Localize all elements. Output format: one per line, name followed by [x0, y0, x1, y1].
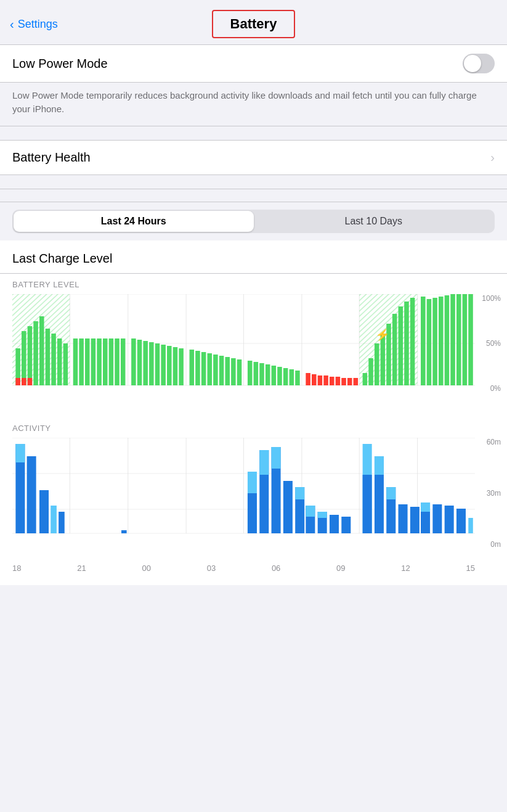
segment-control: Last 24 Hours Last 10 Days	[12, 210, 495, 233]
y-label-50: 50%	[486, 339, 501, 348]
svg-rect-50	[225, 357, 230, 385]
low-power-mode-row: Low Power Mode	[0, 45, 507, 82]
activity-chart-container: ACTIVITY	[0, 417, 507, 561]
segment-last-10-days[interactable]: Last 10 Days	[254, 211, 494, 232]
x-label-09: 09	[336, 564, 345, 573]
svg-rect-47	[207, 353, 212, 385]
svg-rect-86	[456, 294, 461, 385]
svg-rect-31	[103, 338, 108, 385]
svg-rect-21	[57, 338, 62, 385]
svg-rect-66	[330, 377, 335, 385]
svg-rect-44	[190, 350, 195, 385]
svg-rect-122	[341, 517, 351, 533]
x-label-12: 12	[401, 564, 410, 573]
svg-rect-20	[51, 334, 56, 385]
svg-rect-55	[259, 363, 264, 385]
svg-rect-133	[432, 504, 442, 533]
activity-bars	[12, 438, 475, 561]
svg-rect-54	[254, 362, 259, 385]
svg-rect-39	[155, 343, 160, 385]
activity-y-labels: 60m 30m 0m	[475, 438, 501, 561]
svg-rect-52	[237, 359, 242, 385]
last-charge-title: Last Charge Level	[0, 247, 507, 273]
svg-rect-113	[272, 447, 281, 469]
svg-rect-23	[15, 378, 20, 385]
svg-rect-68	[341, 378, 346, 385]
back-button[interactable]: ‹ Settings	[10, 17, 58, 31]
svg-rect-32	[109, 338, 114, 385]
svg-rect-83	[439, 297, 444, 385]
page-title: Battery	[230, 16, 277, 31]
title-box: Battery	[212, 10, 296, 38]
low-power-mode-section: Low Power Mode	[0, 45, 507, 83]
svg-rect-60	[290, 369, 294, 385]
svg-rect-107	[121, 530, 127, 533]
svg-rect-49	[219, 356, 224, 385]
svg-rect-29	[91, 338, 96, 385]
svg-rect-124	[363, 475, 372, 533]
y-label-100: 100%	[482, 294, 501, 303]
svg-rect-71	[363, 373, 368, 385]
svg-rect-61	[295, 371, 300, 385]
activity-svg	[12, 438, 475, 546]
low-power-description: Low Power Mode temporarily reduces backg…	[0, 83, 507, 126]
svg-rect-51	[231, 358, 236, 385]
battery-level-chart-block: BATTERY LEVEL	[0, 274, 507, 411]
svg-rect-132	[421, 502, 430, 512]
svg-rect-37	[143, 341, 148, 385]
svg-rect-136	[468, 518, 473, 533]
battery-y-labels: 100% 50% 0%	[475, 294, 501, 405]
svg-rect-28	[85, 338, 90, 385]
battery-level-bars: ⚡	[12, 294, 475, 405]
svg-rect-57	[272, 366, 277, 385]
segment-wrapper: Last 24 Hours Last 10 Days	[0, 202, 507, 240]
svg-rect-129	[399, 504, 408, 533]
svg-rect-70	[354, 378, 359, 385]
back-chevron-icon: ‹	[10, 17, 14, 31]
svg-rect-74	[381, 334, 386, 385]
svg-rect-69	[347, 378, 352, 385]
svg-rect-45	[195, 351, 200, 385]
spacer	[0, 189, 507, 202]
svg-rect-48	[213, 355, 218, 385]
activity-chart-wrapper: 60m 30m 0m	[12, 438, 501, 561]
svg-rect-17	[33, 321, 38, 385]
svg-rect-42	[173, 347, 178, 385]
svg-rect-77	[399, 306, 404, 385]
svg-rect-62	[306, 373, 310, 385]
x-label-21: 21	[77, 564, 86, 573]
svg-rect-87	[463, 294, 468, 385]
segment-last-24-hours[interactable]: Last 24 Hours	[14, 211, 254, 232]
battery-health-row[interactable]: Battery Health ›	[0, 140, 507, 175]
y-label-0: 0%	[490, 384, 501, 393]
description-text: Low Power Mode temporarily reduces backg…	[12, 90, 477, 114]
activity-chart-block: ACTIVITY	[0, 417, 507, 585]
svg-rect-43	[179, 348, 184, 385]
x-axis-labels: 18 21 00 03 06 09 12 15	[0, 561, 507, 579]
svg-rect-88	[468, 294, 473, 385]
y-label-0m: 0m	[490, 540, 501, 549]
x-label-18: 18	[12, 564, 21, 573]
svg-rect-16	[28, 326, 33, 385]
svg-rect-58	[277, 367, 282, 385]
svg-rect-25	[28, 378, 33, 385]
svg-rect-134	[445, 506, 454, 533]
svg-rect-72	[368, 358, 373, 385]
svg-rect-102	[27, 456, 36, 533]
svg-rect-81	[427, 299, 432, 385]
svg-rect-120	[318, 512, 327, 518]
x-label-15: 15	[466, 564, 475, 573]
low-power-mode-toggle[interactable]	[463, 54, 495, 73]
svg-rect-67	[336, 377, 341, 385]
header: ‹ Settings Battery	[0, 0, 507, 45]
svg-rect-33	[115, 338, 120, 385]
svg-rect-46	[201, 352, 206, 385]
svg-rect-15	[22, 331, 26, 385]
battery-level-svg: ⚡	[12, 294, 475, 393]
svg-rect-105	[51, 506, 57, 533]
svg-rect-56	[266, 364, 270, 385]
svg-rect-76	[392, 314, 397, 385]
svg-rect-24	[22, 378, 26, 385]
battery-health-label: Battery Health	[12, 150, 91, 165]
svg-rect-78	[404, 301, 409, 385]
